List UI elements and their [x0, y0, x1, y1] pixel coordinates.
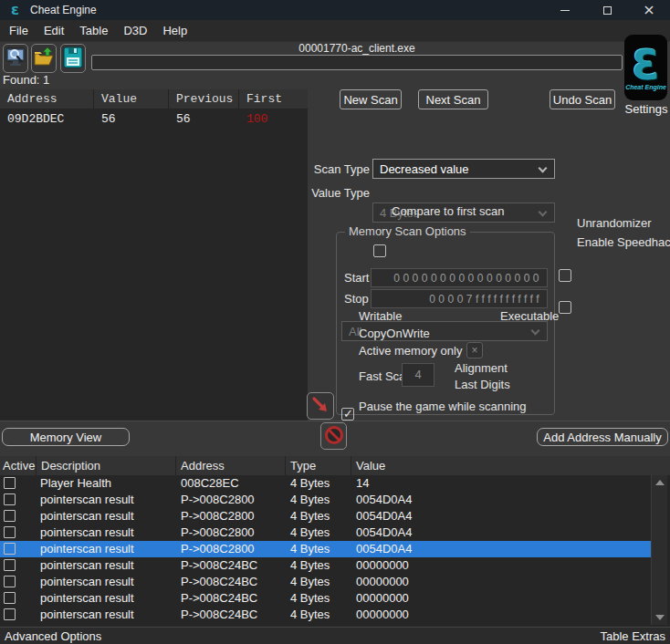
pause-game-label: Pause the game while scanning	[359, 400, 527, 413]
copyonwrite-label: CopyOnWrite	[359, 327, 430, 340]
row-value: 00000000	[356, 590, 409, 607]
row-address: P->008C2800	[181, 525, 255, 541]
settings-link[interactable]: Settings	[623, 102, 670, 116]
table-row[interactable]: pointerscan result P->008C24BC 4 Bytes 0…	[0, 574, 651, 590]
addr-col-type[interactable]: Type	[286, 456, 351, 475]
x-icon: ×	[471, 344, 477, 357]
found-col-address[interactable]: Address	[0, 89, 94, 109]
save-table-button[interactable]	[60, 44, 86, 73]
save-disk-icon	[63, 47, 83, 71]
add-address-manually-button[interactable]: Add Address Manually	[537, 428, 668, 446]
table-row[interactable]: pointerscan result P->008C2800 4 Bytes 0…	[0, 492, 651, 508]
scroll-up-button[interactable]	[652, 475, 668, 490]
row-type: 4 Bytes	[290, 492, 330, 508]
row-active-checkbox[interactable]	[4, 510, 16, 522]
status-bar: Advanced Options Table Extras	[0, 627, 670, 644]
found-count-label: Found: 1	[3, 73, 49, 87]
writable-label: Writable	[359, 309, 402, 323]
table-row[interactable]: pointerscan result P->008C24BC 4 Bytes 0…	[0, 590, 651, 607]
window-title: Cheat Engine	[30, 4, 97, 16]
addr-col-value[interactable]: Value	[351, 456, 670, 475]
stop-scan-button[interactable]	[320, 422, 347, 450]
executable-label: Executable	[500, 309, 559, 323]
writable-checkbox[interactable]	[341, 408, 354, 421]
menu-bar: File Edit Table D3D Help	[0, 20, 670, 42]
row-active-checkbox[interactable]	[4, 526, 16, 538]
table-row[interactable]: pointerscan result P->008C24BC 4 Bytes 0…	[0, 557, 651, 574]
next-scan-button[interactable]: Next Scan	[418, 89, 488, 109]
open-table-button[interactable]	[31, 44, 57, 73]
logo-brand-text: Cheat Engine	[625, 84, 666, 90]
start-label: Start	[344, 271, 369, 285]
found-col-value[interactable]: Value	[94, 89, 169, 109]
addr-col-description[interactable]: Description	[37, 456, 176, 475]
scan-type-value: Decreased value	[380, 162, 469, 176]
found-results-list: Address Value Previous First 09D2BDEC 56…	[0, 89, 308, 421]
menu-file[interactable]: File	[7, 24, 30, 37]
table-extras-link[interactable]: Table Extras	[600, 629, 665, 643]
new-scan-button[interactable]: New Scan	[340, 89, 402, 109]
unrandomizer-checkbox[interactable]	[559, 269, 571, 282]
advanced-options-link[interactable]: Advanced Options	[5, 629, 101, 643]
row-active-checkbox[interactable]	[4, 493, 16, 505]
fast-scan-alignment-input[interactable]: 4	[402, 363, 434, 387]
last-digits-label: Last Digits	[455, 378, 510, 391]
stop-address-input[interactable]: 00007fffffffffff	[371, 289, 548, 308]
row-address: P->008C24BC	[181, 607, 257, 623]
row-address: P->008C24BC	[181, 590, 257, 607]
row-active-checkbox[interactable]	[4, 608, 16, 620]
row-active-checkbox[interactable]	[4, 576, 16, 587]
table-row[interactable]: pointerscan result P->008C2800 4 Bytes 0…	[0, 541, 651, 557]
row-description: Player Health	[40, 475, 111, 492]
attached-process-name: 00001770-ac_client.exe	[91, 42, 623, 55]
select-process-button[interactable]	[3, 44, 28, 73]
scan-type-dropdown[interactable]: Decreased value	[372, 159, 555, 179]
maximize-button[interactable]	[586, 0, 628, 20]
row-active-checkbox[interactable]	[4, 543, 16, 555]
table-row[interactable]: pointerscan result P->008C2800 4 Bytes 0…	[0, 525, 651, 541]
clear-region-button[interactable]: ×	[466, 342, 483, 358]
window-controls: ×	[544, 0, 670, 20]
row-active-checkbox[interactable]	[4, 477, 16, 489]
table-row[interactable]: Player Health 008C28EC 4 Bytes 14	[0, 475, 651, 492]
found-result-previous: 56	[169, 110, 239, 129]
add-selected-address-button[interactable]	[307, 392, 334, 420]
red-arrow-icon	[310, 395, 330, 418]
memory-view-button[interactable]: Memory View	[2, 428, 130, 446]
menu-help[interactable]: Help	[161, 24, 189, 37]
address-table-scrollbar[interactable]	[651, 475, 667, 625]
found-col-first[interactable]: First	[239, 89, 308, 109]
found-result-row[interactable]: 09D2BDEC 56 56 100	[0, 110, 308, 129]
row-description: pointerscan result	[40, 607, 134, 623]
close-button[interactable]: ×	[628, 0, 670, 20]
row-address: P->008C2800	[181, 492, 255, 508]
row-value: 0054D0A4	[356, 508, 412, 525]
minimize-button[interactable]	[544, 0, 586, 20]
table-row[interactable]: pointerscan result P->008C2800 4 Bytes 0…	[0, 508, 651, 525]
select-process-icon	[5, 47, 26, 71]
undo-scan-button[interactable]: Undo Scan	[550, 89, 615, 109]
menu-d3d[interactable]: D3D	[121, 24, 149, 37]
close-icon: ×	[643, 3, 654, 17]
menu-edit[interactable]: Edit	[42, 24, 66, 37]
row-value: 00000000	[356, 557, 409, 574]
scroll-down-button[interactable]	[652, 610, 668, 625]
scan-type-label: Scan Type	[301, 162, 370, 176]
row-description: pointerscan result	[40, 541, 134, 557]
memory-scan-options-title: Memory Scan Options	[345, 224, 470, 238]
row-active-checkbox[interactable]	[4, 559, 16, 571]
cheat-engine-logo[interactable]: Ɛ Cheat Engine	[624, 35, 667, 100]
row-active-checkbox[interactable]	[4, 592, 16, 604]
addr-col-address[interactable]: Address	[176, 456, 286, 475]
enable-speedhack-checkbox[interactable]	[559, 301, 571, 314]
row-address: 008C28EC	[181, 475, 239, 492]
menu-table[interactable]: Table	[78, 24, 110, 37]
row-description: pointerscan result	[40, 590, 134, 607]
table-row[interactable]: pointerscan result P->008C24BC 4 Bytes 0…	[0, 607, 651, 623]
start-address-input[interactable]: 0000000000000000	[371, 268, 548, 287]
addr-col-active[interactable]: Active	[0, 456, 37, 475]
no-entry-icon	[323, 424, 345, 449]
chevron-down-icon	[531, 327, 540, 336]
address-table-body: Player Health 008C28EC 4 Bytes 14 pointe…	[0, 475, 651, 625]
found-col-previous[interactable]: Previous	[169, 89, 239, 109]
